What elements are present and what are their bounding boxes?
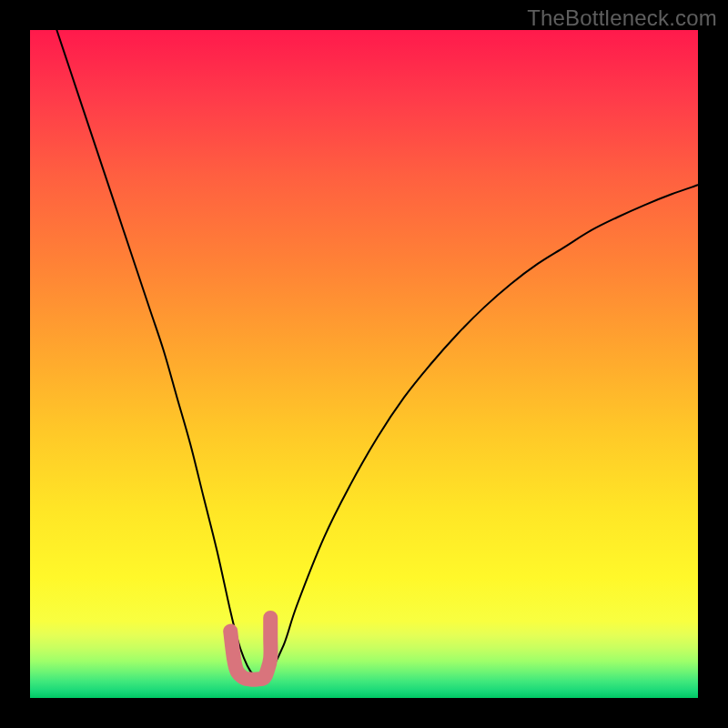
chart-background bbox=[30, 30, 698, 698]
chart-frame: TheBottleneck.com bbox=[0, 0, 728, 728]
plot-area bbox=[30, 30, 698, 698]
watermark-text: TheBottleneck.com bbox=[527, 5, 717, 31]
chart-svg bbox=[30, 30, 698, 698]
